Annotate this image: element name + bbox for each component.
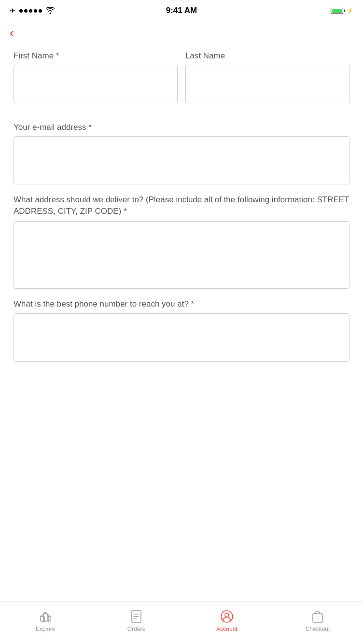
tab-bar: Explore Orders Account [0, 602, 363, 644]
signal-dot-3 [29, 9, 32, 13]
form-content: First Name * Last Name Your e-mail addre… [0, 46, 363, 602]
last-name-label: Last Name [185, 51, 349, 61]
bolt-icon: ⚡ [347, 8, 353, 14]
address-label: What address should we deliver to? (Plea… [14, 194, 349, 217]
svg-rect-0 [41, 616, 44, 621]
account-icon [220, 609, 234, 624]
back-button[interactable]: ‹ [10, 26, 14, 40]
status-time: 9:41 AM [166, 6, 197, 15]
last-name-input[interactable] [185, 65, 349, 103]
address-input[interactable] [14, 221, 349, 289]
battery-icon [331, 8, 343, 14]
svg-rect-1 [43, 614, 47, 621]
nav-bar: ‹ [0, 21, 363, 46]
battery-fill [332, 9, 342, 13]
first-name-input[interactable] [14, 65, 178, 103]
signal-dot-4 [34, 9, 37, 13]
phone-label: What is the best phone number to reach y… [14, 298, 349, 310]
address-group: What address should we deliver to? (Plea… [14, 194, 349, 289]
airplane-icon: ✈ [10, 7, 15, 14]
status-bar: ✈ 9:41 AM ⚡ [0, 0, 363, 21]
checkout-icon [310, 609, 325, 624]
signal-dot-1 [19, 9, 23, 13]
name-row: First Name * Last Name [14, 51, 349, 113]
phone-input[interactable] [14, 313, 349, 362]
tab-orders[interactable]: Orders [91, 609, 182, 632]
wifi-icon [46, 7, 55, 14]
email-label: Your e-mail address * [14, 123, 349, 132]
orders-label: Orders [127, 626, 145, 632]
last-name-group: Last Name [185, 51, 349, 103]
account-label: Account [216, 626, 237, 632]
svg-rect-9 [313, 614, 322, 622]
tab-explore[interactable]: Explore [0, 609, 91, 632]
orders-icon [129, 609, 143, 624]
email-input[interactable] [14, 136, 349, 184]
checkout-label: Checkout [306, 626, 330, 632]
signal-dot-2 [24, 9, 28, 13]
first-name-group: First Name * [14, 51, 178, 103]
first-name-label: First Name * [14, 51, 178, 61]
battery-container [331, 8, 343, 14]
email-group: Your e-mail address * [14, 123, 349, 184]
status-right: ⚡ [331, 8, 353, 14]
explore-label: Explore [36, 626, 56, 632]
phone-group: What is the best phone number to reach y… [14, 298, 349, 362]
signal-dots [19, 9, 42, 13]
tab-checkout[interactable]: Checkout [272, 609, 363, 632]
signal-dot-5 [39, 9, 42, 13]
tab-account[interactable]: Account [182, 609, 272, 632]
explore-icon [38, 609, 53, 624]
svg-rect-2 [48, 616, 50, 621]
svg-point-8 [225, 613, 229, 617]
status-left: ✈ [10, 7, 55, 14]
